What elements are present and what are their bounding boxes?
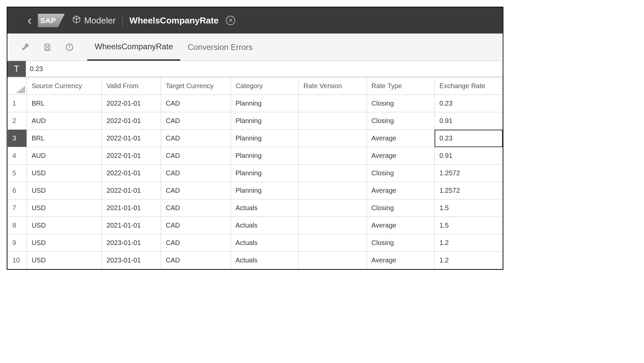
cell[interactable]: CAD — [161, 217, 231, 234]
cell[interactable]: CAD — [161, 95, 231, 112]
cell[interactable]: 1.2 — [435, 252, 503, 269]
cell[interactable]: 2022-01-01 — [102, 130, 161, 147]
cell[interactable]: 1.2 — [435, 234, 503, 252]
table-row[interactable]: 2AUD2022-01-01CADPlanningClosing0.91 — [8, 112, 503, 130]
cell[interactable]: CAD — [161, 147, 231, 165]
cell[interactable] — [299, 199, 367, 217]
cell[interactable]: Closing — [366, 95, 435, 112]
cell[interactable]: CAD — [161, 130, 231, 147]
cell[interactable]: 0.23 — [435, 95, 503, 112]
cell[interactable]: Average — [366, 147, 435, 165]
col-exchange-rate[interactable]: Exchange Rate — [435, 77, 503, 95]
table-row[interactable]: 1BRL2022-01-01CADPlanningClosing0.23 — [8, 95, 503, 112]
cell[interactable]: USD — [27, 252, 102, 269]
cell[interactable]: 1.2572 — [435, 165, 503, 182]
cell[interactable]: AUD — [27, 112, 102, 130]
row-number[interactable]: 3 — [8, 130, 27, 147]
table-row[interactable]: 10USD2023-01-01CADActualsAverage1.2 — [8, 252, 503, 269]
save-icon[interactable] — [43, 43, 52, 52]
cell[interactable] — [299, 252, 367, 269]
cell[interactable]: 2022-01-01 — [102, 95, 161, 112]
table-row[interactable]: 3BRL2022-01-01CADPlanningAverage0.23 — [8, 130, 503, 147]
cell[interactable] — [299, 147, 367, 165]
cell[interactable]: Planning — [231, 130, 299, 147]
cell[interactable]: 1.5 — [435, 217, 503, 234]
cell[interactable]: Closing — [366, 165, 435, 182]
table-row[interactable]: 9USD2023-01-01CADActualsClosing1.2 — [8, 234, 503, 252]
cell[interactable]: 2022-01-01 — [102, 147, 161, 165]
cell[interactable]: CAD — [161, 182, 231, 199]
formula-input[interactable] — [26, 61, 503, 77]
cell[interactable]: Average — [366, 182, 435, 199]
alert-icon[interactable] — [65, 43, 74, 52]
cell[interactable]: 2022-01-01 — [102, 165, 161, 182]
cell[interactable]: 0.91 — [435, 112, 503, 130]
cell[interactable]: CAD — [161, 252, 231, 269]
col-category[interactable]: Category — [231, 77, 299, 95]
cell[interactable]: Closing — [366, 199, 435, 217]
cell[interactable]: 1.5 — [435, 199, 503, 217]
cell[interactable]: USD — [27, 182, 102, 199]
cell[interactable]: Closing — [366, 112, 435, 130]
cell[interactable]: CAD — [161, 199, 231, 217]
cell[interactable]: Planning — [231, 182, 299, 199]
cell[interactable]: Planning — [231, 147, 299, 165]
formula-type-indicator[interactable]: T — [7, 61, 26, 77]
row-number[interactable]: 4 — [8, 147, 27, 165]
cell[interactable]: AUD — [27, 147, 102, 165]
cell[interactable]: 2021-01-01 — [102, 217, 161, 234]
cell[interactable]: Actuals — [231, 234, 299, 252]
cell[interactable]: USD — [27, 217, 102, 234]
cell[interactable]: 0.91 — [435, 147, 503, 165]
row-number[interactable]: 6 — [8, 182, 27, 199]
cell[interactable]: 2023-01-01 — [102, 234, 161, 252]
table-row[interactable]: 8USD2021-01-01CADActualsAverage1.5 — [8, 217, 503, 234]
data-grid[interactable]: Source Currency Valid From Target Curren… — [7, 77, 503, 269]
col-source-currency[interactable]: Source Currency — [27, 77, 102, 95]
cell[interactable]: USD — [27, 165, 102, 182]
col-target-currency[interactable]: Target Currency — [161, 77, 231, 95]
col-rate-type[interactable]: Rate Type — [366, 77, 435, 95]
row-number[interactable]: 1 — [8, 95, 27, 112]
cell[interactable]: USD — [27, 234, 102, 252]
row-number[interactable]: 7 — [8, 199, 27, 217]
cell[interactable]: Actuals — [231, 217, 299, 234]
cell[interactable]: 2022-01-01 — [102, 112, 161, 130]
cell[interactable]: CAD — [161, 112, 231, 130]
cell[interactable]: Average — [366, 252, 435, 269]
table-row[interactable]: 5USD2022-01-01CADPlanningClosing1.2572 — [8, 165, 503, 182]
cell[interactable]: 0.23 — [435, 130, 503, 147]
cell[interactable]: USD — [27, 199, 102, 217]
cell[interactable]: 2023-01-01 — [102, 252, 161, 269]
cell[interactable] — [299, 130, 367, 147]
row-number[interactable]: 5 — [8, 165, 27, 182]
cell[interactable]: Average — [366, 217, 435, 234]
cell[interactable]: Planning — [231, 95, 299, 112]
col-valid-from[interactable]: Valid From — [102, 77, 161, 95]
cell[interactable]: BRL — [27, 130, 102, 147]
row-number[interactable]: 10 — [8, 252, 27, 269]
cell[interactable]: BRL — [27, 95, 102, 112]
table-row[interactable]: 7USD2021-01-01CADActualsClosing1.5 — [8, 199, 503, 217]
cell[interactable] — [299, 217, 367, 234]
col-rate-version[interactable]: Rate Version — [299, 77, 367, 95]
cell[interactable] — [299, 182, 367, 199]
cell[interactable] — [299, 234, 367, 252]
cell[interactable]: Actuals — [231, 252, 299, 269]
tab-conversion-errors[interactable]: Conversion Errors — [180, 34, 260, 61]
back-button[interactable]: ‹ — [14, 13, 38, 28]
cell[interactable]: 1.2572 — [435, 182, 503, 199]
wrench-icon[interactable] — [21, 43, 30, 52]
cell[interactable]: CAD — [161, 165, 231, 182]
cell[interactable]: Closing — [366, 234, 435, 252]
select-all-corner[interactable] — [8, 77, 27, 95]
cell[interactable] — [299, 95, 367, 112]
cell[interactable] — [299, 165, 367, 182]
row-number[interactable]: 8 — [8, 217, 27, 234]
tab-wheels-company-rate[interactable]: WheelsCompanyRate — [87, 34, 180, 61]
close-tab-button[interactable]: ✕ — [226, 16, 235, 25]
table-row[interactable]: 4AUD2022-01-01CADPlanningAverage0.91 — [8, 147, 503, 165]
modeler-label[interactable]: Modeler — [84, 15, 116, 26]
cell[interactable]: Planning — [231, 165, 299, 182]
cell[interactable]: 2021-01-01 — [102, 199, 161, 217]
